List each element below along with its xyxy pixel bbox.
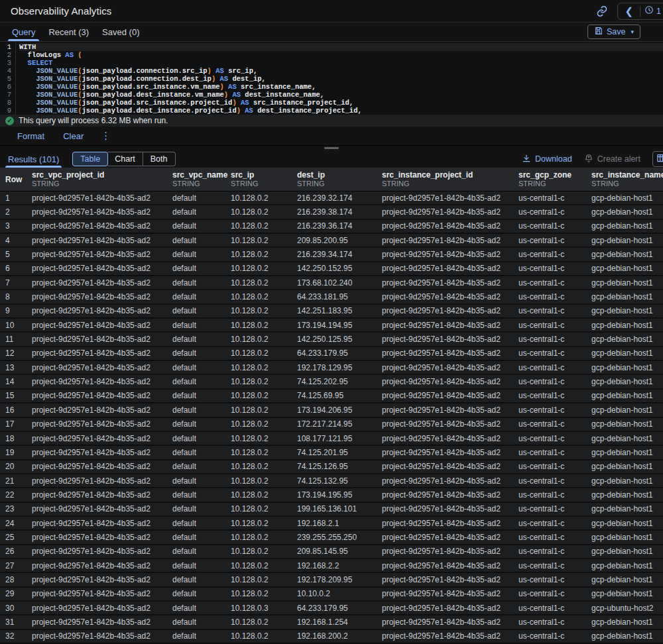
- copy-link-button[interactable]: [593, 3, 611, 20]
- table-row[interactable]: 27project-9d2957e1-842b-4b35-ad2default1…: [0, 559, 663, 573]
- code-line[interactable]: flowLogs AS (: [19, 51, 663, 59]
- column-header[interactable]: src_instance_nameSTRING: [591, 170, 663, 188]
- column-settings-button[interactable]: [652, 151, 663, 167]
- column-header[interactable]: src_ipSTRING: [231, 170, 297, 188]
- tab-query[interactable]: Query: [5, 23, 42, 41]
- table-cell: gcp-debian-host1: [591, 434, 663, 443]
- table-row[interactable]: 20project-9d2957e1-842b-4b35-ad2default1…: [0, 460, 663, 474]
- table-cell: project-9d2957e1-842b-4b35-ad2: [382, 335, 518, 344]
- table-row[interactable]: 6project-9d2957e1-842b-4b35-ad2default10…: [0, 262, 663, 276]
- code-line[interactable]: JSON_VALUE(json_payload.dest_instance.pr…: [19, 107, 663, 115]
- table-row[interactable]: 16project-9d2957e1-842b-4b35-ad2default1…: [0, 403, 663, 417]
- code-line[interactable]: JSON_VALUE(json_payload.connection.src_i…: [19, 67, 663, 75]
- more-options-icon[interactable]: ⋮: [94, 129, 117, 143]
- table-row[interactable]: 5project-9d2957e1-842b-4b35-ad2default10…: [0, 248, 663, 262]
- column-header[interactable]: src_vpc_project_idSTRING: [32, 170, 172, 188]
- table-cell: 23: [5, 504, 32, 513]
- table-cell: 21: [5, 476, 32, 486]
- code-line[interactable]: JSON_VALUE(json_payload.dest_instance.vm…: [19, 91, 663, 99]
- table-cell: project-9d2957e1-842b-4b35-ad2: [382, 207, 518, 217]
- tab-recent[interactable]: Recent (3): [42, 23, 95, 41]
- table-row[interactable]: 3project-9d2957e1-842b-4b35-ad2default10…: [0, 220, 663, 234]
- save-button[interactable]: Save ▾: [587, 25, 640, 39]
- drag-handle[interactable]: [324, 147, 339, 149]
- column-header[interactable]: src_instance_project_idSTRING: [382, 170, 518, 188]
- editor-code[interactable]: WITH flowLogs AS ( SELECT JSON_VALUE(jso…: [16, 42, 663, 115]
- collapse-time-range-button[interactable]: ❮: [622, 6, 636, 16]
- table-row[interactable]: 23project-9d2957e1-842b-4b35-ad2default1…: [0, 503, 663, 517]
- column-header[interactable]: Row: [5, 175, 32, 184]
- table-row[interactable]: 8project-9d2957e1-842b-4b35-ad2default10…: [0, 290, 663, 304]
- tab-saved[interactable]: Saved (0): [95, 23, 146, 41]
- table-cell: default: [172, 321, 231, 330]
- sql-editor[interactable]: 123456789 WITH flowLogs AS ( SELECT JSON…: [0, 42, 663, 115]
- table-cell: 10.128.0.2: [231, 448, 297, 457]
- table-header: Rowsrc_vpc_project_idSTRINGsrc_vpc_nameS…: [0, 168, 663, 191]
- table-row[interactable]: 25project-9d2957e1-842b-4b35-ad2default1…: [0, 531, 663, 545]
- table-row[interactable]: 14project-9d2957e1-842b-4b35-ad2default1…: [0, 375, 663, 389]
- table-cell: project-9d2957e1-842b-4b35-ad2: [382, 561, 518, 570]
- view-chart-segment[interactable]: Chart: [107, 152, 143, 166]
- table-row[interactable]: 7project-9d2957e1-842b-4b35-ad2default10…: [0, 276, 663, 290]
- table-row[interactable]: 30project-9d2957e1-842b-4b35-ad2default1…: [0, 602, 663, 616]
- code-line[interactable]: JSON_VALUE(json_payload.src_instance.vm_…: [19, 83, 663, 91]
- table-cell: us-central1-c: [518, 476, 591, 486]
- time-range-selector[interactable]: 1: [644, 5, 661, 17]
- table-row[interactable]: 4project-9d2957e1-842b-4b35-ad2default10…: [0, 234, 663, 248]
- view-both-segment[interactable]: Both: [143, 152, 176, 166]
- table-row[interactable]: 22project-9d2957e1-842b-4b35-ad2default1…: [0, 488, 663, 502]
- table-row[interactable]: 32project-9d2957e1-842b-4b35-ad2default1…: [0, 630, 663, 644]
- table-cell: 26: [5, 547, 32, 556]
- table-cell: 3: [5, 221, 32, 231]
- code-line[interactable]: JSON_VALUE(json_payload.connection.dest_…: [19, 75, 663, 83]
- table-cell: project-9d2957e1-842b-4b35-ad2: [32, 391, 172, 400]
- column-header[interactable]: src_vpc_nameSTRING: [172, 170, 231, 188]
- table-row[interactable]: 9project-9d2957e1-842b-4b35-ad2default10…: [0, 305, 663, 319]
- table-cell: us-central1-c: [518, 391, 591, 400]
- column-header[interactable]: dest_ipSTRING: [297, 170, 382, 188]
- table-row[interactable]: 21project-9d2957e1-842b-4b35-ad2default1…: [0, 474, 663, 488]
- table-cell: default: [172, 278, 231, 288]
- table-row[interactable]: 31project-9d2957e1-842b-4b35-ad2default1…: [0, 616, 663, 629]
- column-header[interactable]: src_gcp_zoneSTRING: [518, 170, 591, 188]
- table-cell: project-9d2957e1-842b-4b35-ad2: [382, 604, 518, 613]
- table-row[interactable]: 12project-9d2957e1-842b-4b35-ad2default1…: [0, 347, 663, 361]
- format-button[interactable]: Format: [9, 129, 52, 144]
- table-row[interactable]: 17project-9d2957e1-842b-4b35-ad2default1…: [0, 418, 663, 432]
- download-button[interactable]: Download: [522, 154, 572, 165]
- table-row[interactable]: 19project-9d2957e1-842b-4b35-ad2default1…: [0, 446, 663, 460]
- clear-button[interactable]: Clear: [55, 129, 91, 144]
- table-row[interactable]: 15project-9d2957e1-842b-4b35-ad2default1…: [0, 390, 663, 403]
- table-row[interactable]: 2project-9d2957e1-842b-4b35-ad2default10…: [0, 205, 663, 219]
- code-line[interactable]: JSON_VALUE(json_payload.src_instance.pro…: [19, 99, 663, 107]
- table-row[interactable]: 24project-9d2957e1-842b-4b35-ad2default1…: [0, 517, 663, 531]
- table-cell: 192.168.1.254: [297, 617, 382, 627]
- table-cell: us-central1-c: [518, 221, 591, 231]
- table-cell: default: [172, 561, 231, 570]
- line-number: 2: [0, 51, 11, 59]
- table-cell: default: [172, 363, 231, 372]
- table-cell: us-central1-c: [518, 193, 591, 203]
- table-cell: 10.128.0.2: [231, 490, 297, 500]
- table-cell: 10.128.0.2: [231, 193, 297, 203]
- table-cell: gcp-debian-host1: [591, 377, 663, 386]
- table-row[interactable]: 10project-9d2957e1-842b-4b35-ad2default1…: [0, 319, 663, 333]
- table-cell: project-9d2957e1-842b-4b35-ad2: [382, 349, 518, 358]
- code-line[interactable]: WITH: [19, 43, 663, 51]
- table-row[interactable]: 13project-9d2957e1-842b-4b35-ad2default1…: [0, 361, 663, 375]
- table-row[interactable]: 18project-9d2957e1-842b-4b35-ad2default1…: [0, 432, 663, 446]
- table-row[interactable]: 26project-9d2957e1-842b-4b35-ad2default1…: [0, 545, 663, 559]
- table-cell: 17: [5, 419, 32, 429]
- table-row[interactable]: 29project-9d2957e1-842b-4b35-ad2default1…: [0, 588, 663, 602]
- table-cell: 28: [5, 575, 32, 584]
- table-row[interactable]: 28project-9d2957e1-842b-4b35-ad2default1…: [0, 573, 663, 587]
- table-cell: default: [172, 349, 231, 358]
- table-cell: 10.128.0.2: [231, 561, 297, 570]
- table-row[interactable]: 11project-9d2957e1-842b-4b35-ad2default1…: [0, 333, 663, 347]
- code-line[interactable]: SELECT: [19, 59, 663, 67]
- view-table-segment[interactable]: Table: [72, 152, 108, 166]
- table-cell: default: [172, 519, 231, 528]
- results-tab[interactable]: Results (101): [5, 150, 62, 168]
- create-alert-button[interactable]: Create alert: [584, 154, 640, 165]
- table-row[interactable]: 1project-9d2957e1-842b-4b35-ad2default10…: [0, 191, 663, 205]
